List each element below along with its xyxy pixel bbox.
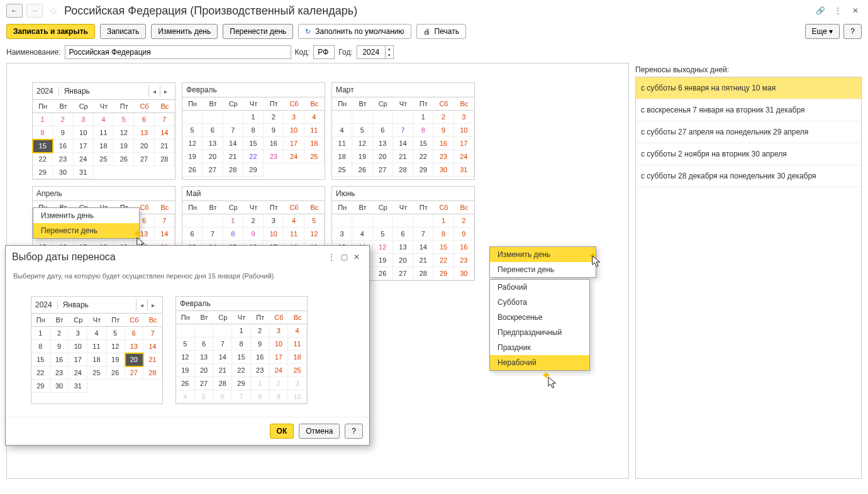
day-cell[interactable]: 3 <box>332 228 352 241</box>
modal-cancel-button[interactable]: Отмена <box>299 424 340 439</box>
day-cell[interactable]: 2 <box>251 324 270 338</box>
day-cell[interactable]: 9 <box>454 228 474 241</box>
day-cell[interactable]: 10 <box>454 124 474 137</box>
day-cell[interactable]: 6 <box>182 228 203 241</box>
day-cell[interactable]: 13 <box>134 126 154 140</box>
day-cell[interactable]: 13 <box>203 137 223 150</box>
day-cell[interactable]: 26 <box>352 163 372 177</box>
day-cell[interactable]: 22 <box>413 150 433 163</box>
month-prev-button[interactable]: ◂ <box>136 299 147 310</box>
day-cell[interactable]: 14 <box>223 137 243 150</box>
day-cell[interactable]: 11 <box>304 124 325 137</box>
day-cell[interactable]: 21 <box>413 254 433 267</box>
day-cell[interactable]: 27 <box>393 267 413 280</box>
day-cell[interactable] <box>413 214 433 228</box>
day-cell[interactable]: 7 <box>223 124 243 137</box>
nav-forward-button[interactable]: → <box>26 4 43 18</box>
day-cell[interactable] <box>203 214 223 228</box>
day-cell[interactable] <box>373 111 393 124</box>
day-cell[interactable]: 12 <box>106 340 125 353</box>
day-cell[interactable]: 22 <box>433 254 453 267</box>
day-cell[interactable] <box>213 324 232 338</box>
transfer-item[interactable]: с субботы 6 января на пятницу 10 мая <box>636 77 861 99</box>
modal-maximize-icon[interactable]: ▢ <box>338 251 350 263</box>
day-cell[interactable]: 7 <box>393 124 413 137</box>
day-cell[interactable]: 30 <box>433 163 453 177</box>
day-cell[interactable]: 20 <box>373 150 393 163</box>
day-cell[interactable]: 19 <box>352 150 372 163</box>
move-day-button[interactable]: Перенести день <box>223 24 293 39</box>
transfers-list[interactable]: с субботы 6 января на пятницу 10 маяс во… <box>635 77 862 479</box>
day-cell[interactable]: 6 <box>203 124 223 137</box>
day-cell[interactable]: 22 <box>243 150 264 163</box>
day-cell[interactable]: 15 <box>33 140 53 153</box>
change-day-button[interactable]: Изменить день <box>151 24 218 39</box>
day-cell[interactable]: 5 <box>106 327 125 340</box>
day-cell[interactable]: 24 <box>284 150 304 163</box>
day-cell[interactable]: 8 <box>243 124 264 137</box>
day-cell[interactable]: 11 <box>288 338 307 351</box>
day-cell[interactable]: 7 <box>413 228 433 241</box>
day-cell[interactable]: 16 <box>50 353 69 366</box>
help-button[interactable]: ? <box>843 24 862 39</box>
more-vertical-icon[interactable]: ⋮ <box>832 4 844 17</box>
day-cell[interactable]: 22 <box>232 364 251 377</box>
code-input[interactable] <box>313 45 335 59</box>
name-input[interactable] <box>65 45 291 59</box>
day-cell[interactable]: 16 <box>264 137 284 150</box>
day-cell[interactable]: 11 <box>94 126 114 140</box>
nav-back-button[interactable]: ← <box>6 4 23 18</box>
day-cell[interactable]: 26 <box>373 267 393 280</box>
year-up-button[interactable]: ▲ <box>386 46 393 52</box>
transfer-item[interactable]: с воскресенья 7 января на вторник 31 дек… <box>636 99 861 121</box>
day-cell[interactable]: 31 <box>69 380 87 393</box>
day-cell[interactable]: 9 <box>243 228 264 241</box>
favorite-star-icon[interactable]: ☆ <box>49 5 58 17</box>
day-cell[interactable]: 17 <box>69 353 87 366</box>
day-cell[interactable]: 23 <box>50 366 69 380</box>
day-cell[interactable]: 1 <box>243 111 264 124</box>
day-cell[interactable]: 27 <box>373 163 393 177</box>
print-button[interactable]: Печать <box>416 24 466 39</box>
menu-item[interactable]: Изменить день <box>33 208 139 223</box>
day-cell[interactable]: 2 <box>264 111 284 124</box>
day-cell[interactable]: 4 <box>288 324 307 338</box>
day-cell[interactable]: 6 <box>134 113 154 126</box>
day-cell[interactable]: 16 <box>454 241 474 254</box>
day-cell[interactable]: 8 <box>33 126 53 140</box>
day-cell[interactable]: 9 <box>50 340 69 353</box>
day-cell[interactable]: 19 <box>106 353 125 366</box>
day-cell[interactable]: 5 <box>373 228 393 241</box>
day-cell[interactable] <box>195 324 214 338</box>
day-cell[interactable]: 6 <box>213 390 232 403</box>
day-cell[interactable]: 31 <box>74 166 94 179</box>
day-cell[interactable]: 29 <box>33 166 53 179</box>
day-cell[interactable]: 25 <box>94 153 114 166</box>
day-cell[interactable]: 2 <box>243 214 264 228</box>
day-cell[interactable]: 2 <box>433 111 453 124</box>
save-button[interactable]: Записать <box>100 24 146 39</box>
menu-item[interactable]: Изменить день <box>490 247 596 262</box>
day-cell[interactable]: 15 <box>31 353 50 366</box>
day-cell[interactable]: 7 <box>203 228 223 241</box>
day-cell[interactable]: 25 <box>87 366 106 380</box>
transfer-item[interactable]: с субботы 28 декабря на понедельник 30 д… <box>636 165 861 187</box>
day-cell[interactable]: 11 <box>87 340 106 353</box>
day-cell[interactable] <box>352 214 372 228</box>
day-cell[interactable]: 2 <box>454 214 474 228</box>
day-cell[interactable]: 13 <box>125 340 144 353</box>
day-cell[interactable]: 8 <box>223 228 243 241</box>
day-cell[interactable]: 19 <box>176 364 195 377</box>
day-cell[interactable]: 8 <box>413 124 433 137</box>
day-cell[interactable]: 20 <box>203 150 223 163</box>
day-cell[interactable]: 29 <box>433 267 453 280</box>
day-cell[interactable]: 4 <box>176 390 195 403</box>
day-cell[interactable]: 18 <box>87 353 106 366</box>
menu-item[interactable]: Суббота <box>490 295 589 310</box>
day-cell[interactable]: 20 <box>393 254 413 267</box>
fill-default-button[interactable]: Заполнить по умолчанию <box>298 24 411 39</box>
close-icon[interactable]: ✕ <box>849 4 862 17</box>
day-cell[interactable]: 10 <box>270 338 289 351</box>
day-cell[interactable]: 23 <box>454 254 474 267</box>
day-cell[interactable]: 1 <box>33 113 53 126</box>
